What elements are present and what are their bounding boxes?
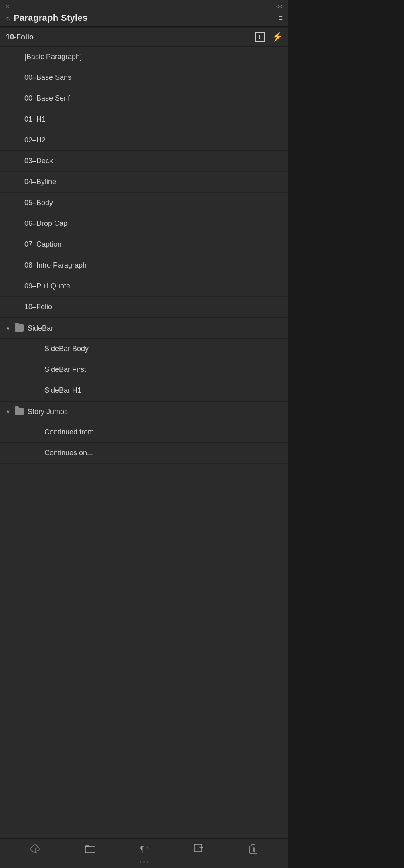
style-item-intro-paragraph[interactable]: 08–Intro Paragraph [0,255,288,276]
style-item-continues-on[interactable]: Continues on... [0,443,288,464]
section-10-folio-header[interactable]: 10-Folio + ⚡ [0,27,288,47]
window-chrome: × << [0,0,288,10]
collapse-button[interactable]: << [276,3,283,10]
paragraph-styles-panel: × << ◇ Paragraph Styles ≡ 10-Folio + ⚡ [… [0,0,289,868]
panel-menu-button[interactable]: ≡ [278,14,283,22]
group-story-jumps-header[interactable]: ∨ Story Jumps [0,401,288,422]
svg-rect-4 [194,844,202,852]
style-item-caption[interactable]: 07–Caption [0,234,288,255]
style-item-continued-from[interactable]: Continued from... [0,422,288,443]
style-item-folio[interactable]: 10–Folio [0,297,288,318]
style-item-byline[interactable]: 04–Byline [0,172,288,193]
style-item-base-serif[interactable]: 00–Base Serif [0,88,288,109]
style-item-deck[interactable]: 03–Deck [0,151,288,172]
sidebar-folder-icon [15,324,24,332]
title-bar-left: ◇ Paragraph Styles [6,13,88,23]
close-button[interactable]: × [6,3,10,10]
section-label: 10-Folio [6,33,34,41]
style-item-h1[interactable]: 01–H1 [0,109,288,130]
style-item-sidebar-body[interactable]: SideBar Body [0,339,288,359]
grip-dots: ⠿⠿⠿ [138,860,151,866]
panel-title: Paragraph Styles [14,13,88,23]
style-item-sidebar-first[interactable]: SideBar First [0,359,288,380]
spacer [0,464,288,838]
diamond-icon: ◇ [6,15,10,21]
bottom-toolbar: ¶ + [0,838,288,859]
style-item-pull-quote[interactable]: 09–Pull Quote [0,276,288,297]
sidebar-group-label: SideBar [28,324,53,333]
style-item-base-sans[interactable]: 00–Base Sans [0,67,288,88]
section-actions: + ⚡ [255,32,283,42]
section-name: 10-Folio [6,33,34,41]
paragraph-mark-button[interactable]: ¶ + [139,844,150,854]
svg-text:+: + [146,845,149,851]
cloud-icon[interactable] [30,844,41,853]
sidebar-chevron-icon: ∨ [6,325,10,331]
story-jumps-group-label: Story Jumps [28,408,68,416]
sidebar-group-items: SideBar Body SideBar First SideBar H1 [0,339,288,401]
new-style-button[interactable]: + [255,32,265,42]
style-item-h2[interactable]: 02–H2 [0,130,288,151]
group-sidebar-header[interactable]: ∨ SideBar [0,318,288,339]
style-item-basic-paragraph[interactable]: [Basic Paragraph] [0,47,288,67]
new-style-button-toolbar[interactable] [194,844,204,854]
styles-list: [Basic Paragraph] 00–Base Sans 00–Base S… [0,47,288,318]
style-item-body[interactable]: 05–Body [0,193,288,213]
story-jumps-chevron-icon: ∨ [6,408,10,415]
quick-apply-button[interactable]: ⚡ [272,32,283,42]
delete-button[interactable] [248,844,258,854]
svg-rect-1 [85,846,95,853]
panel-title-bar: ◇ Paragraph Styles ≡ [0,10,288,27]
resize-grip[interactable]: ⠿⠿⠿ [0,859,288,868]
new-folder-button[interactable] [85,844,95,853]
style-item-drop-cap[interactable]: 06–Drop Cap [0,213,288,234]
story-jumps-group-items: Continued from... Continues on... [0,422,288,464]
svg-text:¶: ¶ [140,845,144,854]
style-item-sidebar-h1[interactable]: SideBar H1 [0,380,288,401]
story-jumps-folder-icon [15,408,24,415]
